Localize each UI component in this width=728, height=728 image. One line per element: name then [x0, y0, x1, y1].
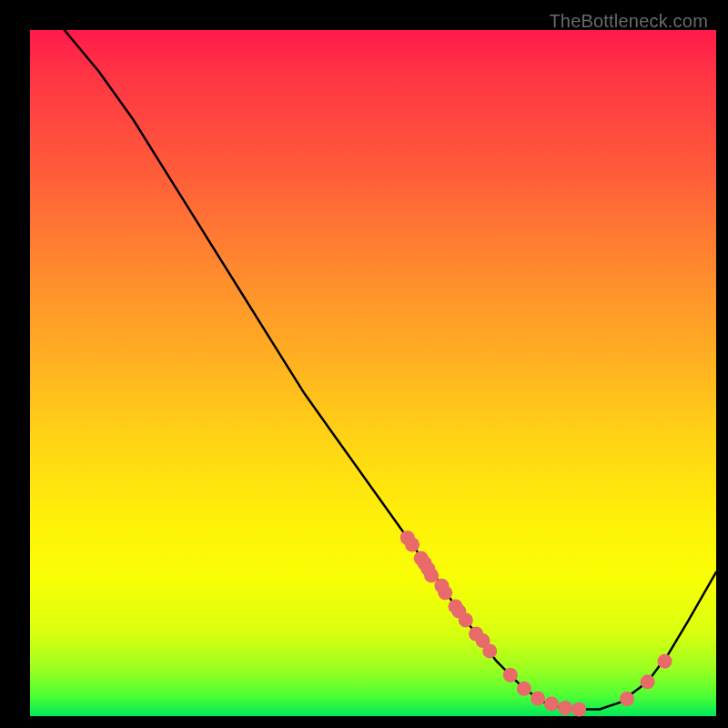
- svg-point-14: [503, 668, 518, 682]
- svg-point-17: [544, 696, 559, 711]
- plot-area: [30, 30, 716, 716]
- curve-line: [65, 30, 716, 710]
- svg-point-18: [558, 701, 572, 715]
- watermark-text: TheBottleneck.com: [549, 11, 708, 32]
- svg-point-10: [459, 612, 473, 627]
- svg-point-13: [482, 643, 497, 658]
- svg-point-15: [517, 682, 531, 696]
- scatter-dots: [400, 531, 672, 717]
- svg-point-22: [658, 654, 672, 669]
- svg-point-5: [424, 568, 439, 582]
- svg-point-21: [641, 674, 655, 689]
- svg-point-1: [405, 538, 420, 552]
- svg-point-16: [531, 691, 545, 705]
- svg-point-20: [620, 692, 634, 706]
- outer-frame: TheBottleneck.com: [9, 9, 719, 719]
- svg-point-7: [438, 585, 452, 600]
- chart-svg: [30, 30, 716, 716]
- svg-point-19: [571, 703, 586, 717]
